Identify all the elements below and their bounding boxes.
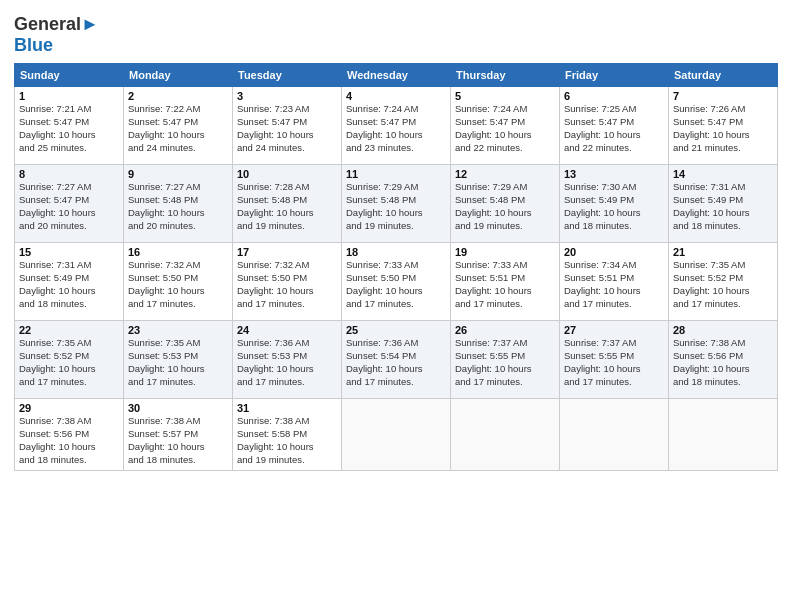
day-number: 9 [128,168,228,180]
calendar-cell: 27Sunrise: 7:37 AM Sunset: 5:55 PM Dayli… [560,321,669,399]
day-info: Sunrise: 7:30 AM Sunset: 5:49 PM Dayligh… [564,181,664,232]
day-info: Sunrise: 7:32 AM Sunset: 5:50 PM Dayligh… [237,259,337,310]
calendar-cell: 8Sunrise: 7:27 AM Sunset: 5:47 PM Daylig… [15,165,124,243]
calendar-cell: 11Sunrise: 7:29 AM Sunset: 5:48 PM Dayli… [342,165,451,243]
calendar-cell: 13Sunrise: 7:30 AM Sunset: 5:49 PM Dayli… [560,165,669,243]
day-header-wednesday: Wednesday [342,64,451,87]
calendar-week-row: 15Sunrise: 7:31 AM Sunset: 5:49 PM Dayli… [15,243,778,321]
calendar-cell: 5Sunrise: 7:24 AM Sunset: 5:47 PM Daylig… [451,87,560,165]
day-number: 1 [19,90,119,102]
day-info: Sunrise: 7:31 AM Sunset: 5:49 PM Dayligh… [19,259,119,310]
day-number: 17 [237,246,337,258]
calendar-week-row: 22Sunrise: 7:35 AM Sunset: 5:52 PM Dayli… [15,321,778,399]
day-info: Sunrise: 7:28 AM Sunset: 5:48 PM Dayligh… [237,181,337,232]
calendar-cell [451,399,560,470]
day-header-saturday: Saturday [669,64,778,87]
day-info: Sunrise: 7:36 AM Sunset: 5:54 PM Dayligh… [346,337,446,388]
day-info: Sunrise: 7:24 AM Sunset: 5:47 PM Dayligh… [346,103,446,154]
day-info: Sunrise: 7:38 AM Sunset: 5:57 PM Dayligh… [128,415,228,466]
calendar-cell: 29Sunrise: 7:38 AM Sunset: 5:56 PM Dayli… [15,399,124,470]
day-info: Sunrise: 7:35 AM Sunset: 5:52 PM Dayligh… [673,259,773,310]
calendar-cell: 4Sunrise: 7:24 AM Sunset: 5:47 PM Daylig… [342,87,451,165]
day-number: 18 [346,246,446,258]
day-number: 21 [673,246,773,258]
calendar-cell [669,399,778,470]
day-info: Sunrise: 7:34 AM Sunset: 5:51 PM Dayligh… [564,259,664,310]
calendar-week-row: 8Sunrise: 7:27 AM Sunset: 5:47 PM Daylig… [15,165,778,243]
calendar-cell: 1Sunrise: 7:21 AM Sunset: 5:47 PM Daylig… [15,87,124,165]
day-number: 11 [346,168,446,180]
day-number: 10 [237,168,337,180]
day-number: 26 [455,324,555,336]
calendar-cell: 6Sunrise: 7:25 AM Sunset: 5:47 PM Daylig… [560,87,669,165]
day-info: Sunrise: 7:38 AM Sunset: 5:58 PM Dayligh… [237,415,337,466]
calendar-cell: 31Sunrise: 7:38 AM Sunset: 5:58 PM Dayli… [233,399,342,470]
day-number: 24 [237,324,337,336]
day-info: Sunrise: 7:22 AM Sunset: 5:47 PM Dayligh… [128,103,228,154]
day-info: Sunrise: 7:24 AM Sunset: 5:47 PM Dayligh… [455,103,555,154]
day-info: Sunrise: 7:35 AM Sunset: 5:52 PM Dayligh… [19,337,119,388]
calendar-cell: 14Sunrise: 7:31 AM Sunset: 5:49 PM Dayli… [669,165,778,243]
calendar-table: SundayMondayTuesdayWednesdayThursdayFrid… [14,63,778,470]
day-number: 4 [346,90,446,102]
day-info: Sunrise: 7:37 AM Sunset: 5:55 PM Dayligh… [564,337,664,388]
calendar-cell: 12Sunrise: 7:29 AM Sunset: 5:48 PM Dayli… [451,165,560,243]
day-number: 2 [128,90,228,102]
calendar-cell: 20Sunrise: 7:34 AM Sunset: 5:51 PM Dayli… [560,243,669,321]
day-info: Sunrise: 7:25 AM Sunset: 5:47 PM Dayligh… [564,103,664,154]
day-number: 25 [346,324,446,336]
calendar-week-row: 1Sunrise: 7:21 AM Sunset: 5:47 PM Daylig… [15,87,778,165]
day-info: Sunrise: 7:33 AM Sunset: 5:51 PM Dayligh… [455,259,555,310]
calendar-cell: 24Sunrise: 7:36 AM Sunset: 5:53 PM Dayli… [233,321,342,399]
calendar-cell: 19Sunrise: 7:33 AM Sunset: 5:51 PM Dayli… [451,243,560,321]
header: General► Blue [14,10,778,55]
day-info: Sunrise: 7:27 AM Sunset: 5:47 PM Dayligh… [19,181,119,232]
calendar-cell: 30Sunrise: 7:38 AM Sunset: 5:57 PM Dayli… [124,399,233,470]
calendar-header-row: SundayMondayTuesdayWednesdayThursdayFrid… [15,64,778,87]
day-number: 12 [455,168,555,180]
calendar-cell: 26Sunrise: 7:37 AM Sunset: 5:55 PM Dayli… [451,321,560,399]
calendar-cell: 7Sunrise: 7:26 AM Sunset: 5:47 PM Daylig… [669,87,778,165]
day-info: Sunrise: 7:32 AM Sunset: 5:50 PM Dayligh… [128,259,228,310]
calendar-cell: 18Sunrise: 7:33 AM Sunset: 5:50 PM Dayli… [342,243,451,321]
day-number: 27 [564,324,664,336]
day-number: 15 [19,246,119,258]
day-info: Sunrise: 7:29 AM Sunset: 5:48 PM Dayligh… [455,181,555,232]
day-info: Sunrise: 7:31 AM Sunset: 5:49 PM Dayligh… [673,181,773,232]
day-info: Sunrise: 7:37 AM Sunset: 5:55 PM Dayligh… [455,337,555,388]
calendar-container: General► Blue SundayMondayTuesdayWednesd… [0,0,792,612]
day-info: Sunrise: 7:21 AM Sunset: 5:47 PM Dayligh… [19,103,119,154]
day-number: 29 [19,402,119,414]
calendar-cell: 25Sunrise: 7:36 AM Sunset: 5:54 PM Dayli… [342,321,451,399]
day-number: 22 [19,324,119,336]
day-number: 16 [128,246,228,258]
day-number: 6 [564,90,664,102]
day-info: Sunrise: 7:35 AM Sunset: 5:53 PM Dayligh… [128,337,228,388]
calendar-cell: 16Sunrise: 7:32 AM Sunset: 5:50 PM Dayli… [124,243,233,321]
day-number: 5 [455,90,555,102]
logo: General► Blue [14,14,99,55]
day-number: 13 [564,168,664,180]
day-number: 14 [673,168,773,180]
logo-text: General► Blue [14,14,99,55]
day-number: 3 [237,90,337,102]
day-header-friday: Friday [560,64,669,87]
day-number: 30 [128,402,228,414]
calendar-cell: 3Sunrise: 7:23 AM Sunset: 5:47 PM Daylig… [233,87,342,165]
calendar-cell: 23Sunrise: 7:35 AM Sunset: 5:53 PM Dayli… [124,321,233,399]
calendar-cell: 2Sunrise: 7:22 AM Sunset: 5:47 PM Daylig… [124,87,233,165]
calendar-cell: 15Sunrise: 7:31 AM Sunset: 5:49 PM Dayli… [15,243,124,321]
calendar-cell [560,399,669,470]
calendar-week-row: 29Sunrise: 7:38 AM Sunset: 5:56 PM Dayli… [15,399,778,470]
calendar-cell: 22Sunrise: 7:35 AM Sunset: 5:52 PM Dayli… [15,321,124,399]
day-number: 19 [455,246,555,258]
day-info: Sunrise: 7:33 AM Sunset: 5:50 PM Dayligh… [346,259,446,310]
day-info: Sunrise: 7:36 AM Sunset: 5:53 PM Dayligh… [237,337,337,388]
day-header-monday: Monday [124,64,233,87]
calendar-cell: 28Sunrise: 7:38 AM Sunset: 5:56 PM Dayli… [669,321,778,399]
day-info: Sunrise: 7:27 AM Sunset: 5:48 PM Dayligh… [128,181,228,232]
day-number: 7 [673,90,773,102]
day-header-tuesday: Tuesday [233,64,342,87]
day-info: Sunrise: 7:23 AM Sunset: 5:47 PM Dayligh… [237,103,337,154]
day-number: 23 [128,324,228,336]
